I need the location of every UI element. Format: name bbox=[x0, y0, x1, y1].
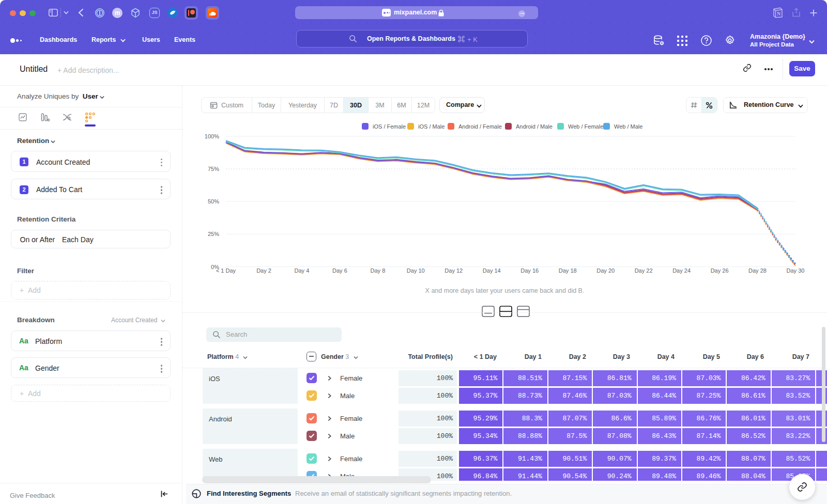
svg-text:N: N bbox=[777, 11, 781, 17]
